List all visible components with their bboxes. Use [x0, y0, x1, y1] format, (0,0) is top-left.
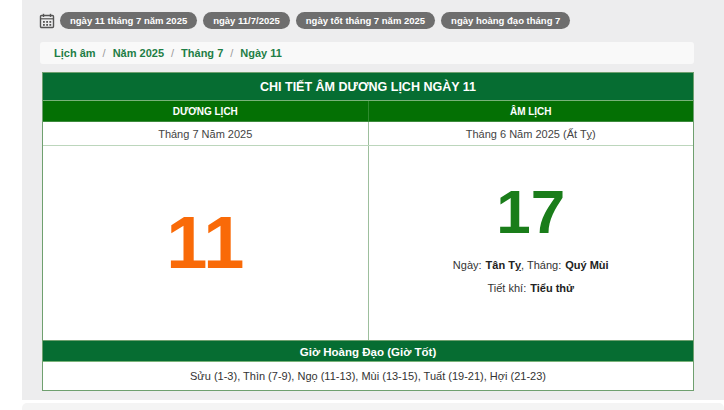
breadcrumb-day[interactable]: Ngày 11	[240, 47, 282, 59]
breadcrumb-year[interactable]: Năm 2025	[113, 47, 164, 59]
tag-row: ngày 11 tháng 7 năm 2025 ngày 11/7/2025 …	[39, 12, 576, 29]
lunar-canchi-line: Ngày:Tân Tỵ, Tháng:Quý Mùi	[453, 259, 609, 271]
calendar-detail-table: CHI TIẾT ÂM DƯƠNG LỊCH NGÀY 11 DƯƠNG LỊC…	[42, 72, 694, 391]
lunar-month-mid-label: , Tháng:	[521, 259, 561, 271]
breadcrumb: Lịch âm / Năm 2025 / Tháng 7 / Ngày 11	[40, 42, 694, 64]
hoang-dao-header: Giờ Hoàng Đạo (Giờ Tốt)	[43, 340, 693, 362]
lunar-day-canchi: Tân Tỵ	[486, 259, 521, 271]
lunar-day-cell: 17 Ngày:Tân Tỵ, Tháng:Quý Mùi Tiết khí:T…	[368, 146, 694, 340]
breadcrumb-month[interactable]: Tháng 7	[181, 47, 223, 59]
tag-day-full[interactable]: ngày 11 tháng 7 năm 2025	[60, 12, 197, 29]
lunar-column-header: ÂM LỊCH	[368, 101, 694, 121]
breadcrumb-separator: /	[171, 47, 174, 59]
day-detail-row: 11 17 Ngày:Tân Tỵ, Tháng:Quý Mùi Tiết kh…	[43, 146, 693, 340]
next-section-strip	[22, 403, 724, 410]
tiet-khi-line: Tiết khí:Tiểu thử	[487, 282, 574, 294]
breadcrumb-lich-am[interactable]: Lịch âm	[54, 47, 96, 59]
tag-hoang-dao[interactable]: ngày hoàng đạo tháng 7	[441, 12, 570, 29]
lunar-month-label: Tháng 6 Năm 2025 (Ất Tỵ)	[368, 122, 694, 145]
solar-day-cell: 11	[43, 146, 368, 340]
breadcrumb-separator: /	[103, 47, 106, 59]
lunar-day-number: 17	[496, 181, 565, 243]
table-title: CHI TIẾT ÂM DƯƠNG LỊCH NGÀY 11	[43, 73, 693, 101]
solar-month-label: Tháng 7 Năm 2025	[43, 122, 368, 145]
solar-day-number: 11	[166, 206, 244, 280]
tag-day-short[interactable]: ngày 11/7/2025	[203, 12, 290, 29]
calendar-icon	[39, 13, 55, 29]
tag-good-day[interactable]: ngày tốt tháng 7 năm 2025	[296, 12, 435, 29]
hoang-dao-hours: Sửu (1-3), Thìn (7-9), Ngọ (11-13), Mùi …	[43, 362, 693, 390]
lunar-day-label: Ngày:	[453, 259, 482, 271]
lunar-month-canchi: Quý Mùi	[565, 259, 608, 271]
tiet-khi-value: Tiểu thử	[530, 282, 574, 294]
breadcrumb-separator: /	[230, 47, 233, 59]
column-header-row: DƯƠNG LỊCH ÂM LỊCH	[43, 101, 693, 122]
solar-column-header: DƯƠNG LỊCH	[43, 101, 368, 121]
month-row: Tháng 7 Năm 2025 Tháng 6 Năm 2025 (Ất Tỵ…	[43, 122, 693, 146]
tiet-khi-label: Tiết khí:	[487, 282, 526, 294]
